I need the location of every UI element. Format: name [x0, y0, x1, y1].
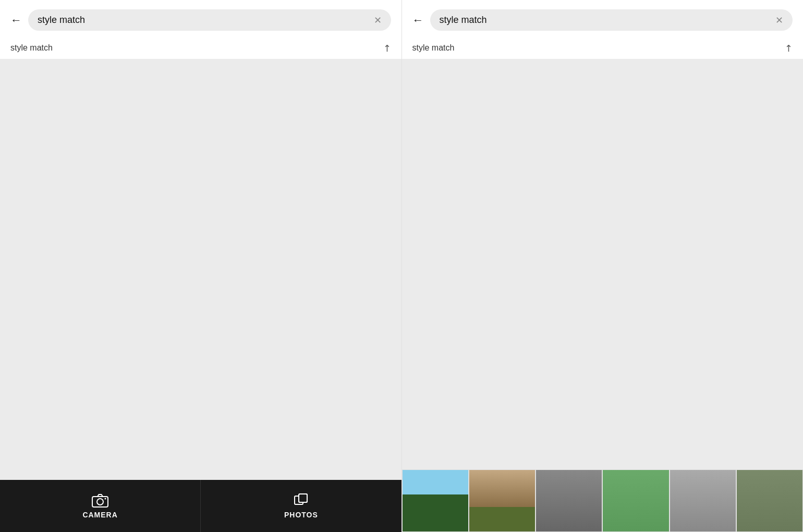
right-panel: ← ✕ style match ↗	[402, 0, 804, 532]
left-bottom-buttons: CAMERA PHOTOS	[0, 480, 402, 532]
right-arrow-icon: ↗	[782, 41, 795, 55]
left-clear-button[interactable]: ✕	[374, 16, 382, 25]
left-search-input[interactable]	[38, 15, 370, 26]
left-suggestion-text: style match	[10, 43, 53, 53]
svg-rect-4	[299, 494, 307, 502]
right-search-input-wrap: ✕	[430, 9, 793, 31]
photos-icon	[294, 493, 308, 508]
thumbnail-3[interactable]	[536, 469, 602, 532]
right-suggestion-text: style match	[412, 43, 455, 53]
left-search-bar-area: ← ✕	[0, 0, 402, 37]
thumbnail-1[interactable]	[402, 469, 469, 532]
left-panel: ← ✕ style match ↗ CAMERA	[0, 0, 402, 532]
thumbnail-2[interactable]	[469, 469, 536, 532]
left-back-arrow[interactable]: ←	[10, 14, 22, 27]
left-arrow-icon: ↗	[380, 41, 394, 55]
thumbnail-5[interactable]	[670, 469, 736, 532]
thumbnails-strip	[402, 469, 804, 532]
right-search-input[interactable]	[440, 15, 772, 26]
right-back-arrow[interactable]: ←	[412, 14, 424, 27]
right-search-bar-area: ← ✕	[402, 0, 804, 37]
camera-icon	[92, 493, 108, 508]
thumbnail-4[interactable]	[602, 469, 669, 532]
photos-button[interactable]: PHOTOS	[200, 480, 401, 532]
right-suggestion-row[interactable]: style match ↗	[402, 37, 804, 59]
svg-point-1	[97, 499, 103, 505]
right-main-area	[402, 59, 804, 469]
left-main-area	[0, 59, 402, 480]
camera-button[interactable]: CAMERA	[0, 480, 200, 532]
left-search-input-wrap: ✕	[28, 9, 391, 31]
svg-point-2	[105, 498, 106, 500]
photos-button-label: PHOTOS	[284, 511, 318, 519]
thumbnail-6[interactable]	[736, 469, 803, 532]
left-suggestion-row[interactable]: style match ↗	[0, 37, 402, 59]
right-clear-button[interactable]: ✕	[775, 16, 783, 25]
camera-button-label: CAMERA	[82, 511, 117, 519]
